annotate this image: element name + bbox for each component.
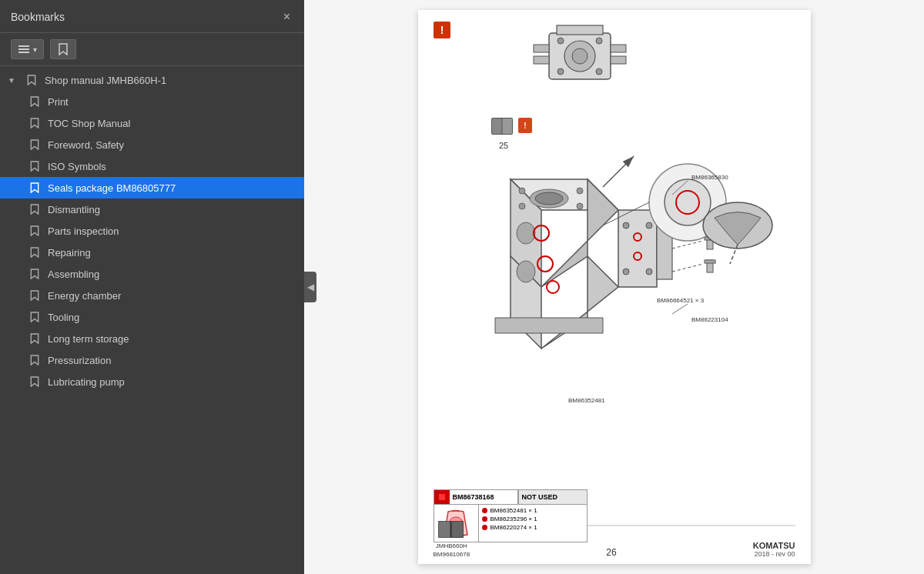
expand-icon: ▼ bbox=[8, 76, 18, 85]
bookmark-item-long-term[interactable]: Long term storage bbox=[0, 328, 304, 349]
bookmark-item-print[interactable]: Print bbox=[0, 91, 304, 112]
svg-marker-17 bbox=[495, 318, 603, 333]
footer-model: JMHB660H bbox=[436, 542, 467, 549]
svg-rect-62 bbox=[534, 56, 549, 64]
svg-point-33 bbox=[623, 269, 629, 275]
bookmark-label: Dismantling bbox=[48, 204, 293, 215]
bookmark-item-repairing[interactable]: Repairing bbox=[0, 242, 304, 263]
sidebar-title: Bookmarks bbox=[11, 11, 65, 23]
svg-rect-61 bbox=[611, 45, 626, 52]
bookmark-item-assembling[interactable]: Assembling bbox=[0, 263, 304, 285]
bookmark-label: Energy chamber bbox=[48, 290, 293, 302]
svg-point-28 bbox=[547, 281, 559, 293]
bookmark-item-toc[interactable]: TOC Shop Manual bbox=[0, 112, 304, 134]
technical-drawing: ! ! 25 bbox=[418, 10, 811, 542]
svg-point-20 bbox=[519, 188, 525, 194]
table-row: BM86352481 × 1 bbox=[482, 507, 584, 514]
svg-line-38 bbox=[672, 241, 703, 249]
row-indicator bbox=[482, 508, 487, 513]
svg-rect-53 bbox=[557, 25, 603, 35]
svg-point-32 bbox=[646, 222, 652, 229]
bookmark-label: Tooling bbox=[48, 312, 293, 323]
bookmark-label: Seals package BM86805777 bbox=[48, 182, 293, 194]
bookmark-icon bbox=[29, 182, 40, 194]
callout-bm2: BM86664521 × 3 bbox=[657, 297, 705, 304]
page-number: 26 bbox=[606, 547, 616, 558]
list-view-icon bbox=[18, 43, 30, 55]
bookmark-icon bbox=[29, 246, 40, 259]
sidebar-header: Bookmarks × bbox=[0, 0, 304, 33]
footer-logo: JMHB660H BM96810678 bbox=[434, 519, 470, 558]
bookmark-icon bbox=[29, 354, 40, 366]
bookmark-icon bbox=[29, 332, 40, 345]
svg-rect-1 bbox=[18, 48, 29, 50]
bookmark-icon bbox=[29, 289, 40, 302]
table-not-used-header: NOT USED bbox=[518, 490, 587, 504]
page-content: ! ! 25 bbox=[418, 10, 811, 564]
svg-rect-71 bbox=[439, 522, 450, 537]
bookmark-label: TOC Shop Manual bbox=[48, 118, 293, 129]
bookmark-item-pressurization[interactable]: Pressurization bbox=[0, 349, 304, 371]
svg-point-59 bbox=[596, 68, 602, 75]
bookmark-icon bbox=[29, 375, 40, 388]
bookmark-icon bbox=[29, 160, 40, 172]
svg-marker-16 bbox=[541, 256, 618, 349]
svg-point-19 bbox=[535, 192, 563, 205]
brand-name: KOMATSU bbox=[753, 541, 795, 550]
callout-bm3: BM86223104 bbox=[691, 316, 728, 323]
svg-point-34 bbox=[646, 269, 652, 275]
bookmark-icon bbox=[29, 117, 40, 129]
bookmark-item-parts-inspection[interactable]: Parts inspection bbox=[0, 220, 304, 242]
svg-point-58 bbox=[557, 68, 564, 75]
page-footer: JMHB660H BM96810678 26 KOMATSU 2018 - re… bbox=[418, 519, 811, 558]
callout-bm4: BM86352481 bbox=[568, 397, 605, 404]
svg-rect-2 bbox=[18, 52, 29, 53]
bookmark-add-icon bbox=[57, 43, 69, 55]
bookmarks-list: ▼ Shop manual JMHB660H-1 Print TOC Shop … bbox=[0, 66, 304, 574]
bookmark-label: Foreword, Safety bbox=[48, 139, 293, 151]
svg-line-65 bbox=[672, 304, 688, 314]
svg-text:!: ! bbox=[524, 122, 526, 130]
svg-text:!: ! bbox=[440, 24, 444, 36]
sidebar-toolbar: ▾ bbox=[0, 33, 304, 66]
add-bookmark-button[interactable] bbox=[50, 39, 76, 59]
main-content: ! ! 25 bbox=[304, 0, 924, 574]
close-button[interactable]: × bbox=[280, 9, 293, 25]
collapse-arrow-icon: ◀ bbox=[307, 282, 314, 292]
bookmark-label: ISO Symbols bbox=[48, 161, 293, 172]
part-number-1: BM86352481 × 1 bbox=[490, 507, 537, 514]
bookmark-item-lubricating[interactable]: Lubricating pump bbox=[0, 371, 304, 392]
bookmark-icon bbox=[29, 203, 40, 215]
bookmark-item-foreword[interactable]: Foreword, Safety bbox=[0, 134, 304, 155]
bookmark-item-seals[interactable]: Seals package BM86805777 bbox=[0, 177, 304, 199]
sidebar: Bookmarks × ▾ ▼ bbox=[0, 0, 304, 574]
dropdown-arrow: ▾ bbox=[33, 45, 37, 54]
bookmark-item-shop-manual[interactable]: ▼ Shop manual JMHB660H-1 bbox=[0, 69, 304, 91]
bookmark-icon bbox=[29, 311, 40, 323]
svg-rect-45 bbox=[705, 260, 715, 263]
bookmark-label: Assembling bbox=[48, 269, 293, 280]
svg-line-39 bbox=[672, 264, 703, 272]
bookmark-item-tooling[interactable]: Tooling bbox=[0, 306, 304, 328]
collapse-panel-button[interactable]: ◀ bbox=[304, 272, 316, 302]
svg-point-47 bbox=[665, 179, 711, 225]
bookmark-icon bbox=[29, 138, 40, 151]
bookmark-icon bbox=[29, 268, 40, 280]
svg-point-21 bbox=[577, 188, 583, 194]
svg-point-22 bbox=[519, 203, 525, 209]
bookmark-label: Pressurization bbox=[48, 355, 293, 366]
svg-rect-60 bbox=[534, 45, 549, 52]
svg-point-56 bbox=[557, 38, 564, 44]
document-page: ! ! 25 bbox=[418, 10, 811, 564]
bookmark-item-iso[interactable]: ISO Symbols bbox=[0, 155, 304, 177]
svg-rect-6 bbox=[492, 118, 502, 134]
svg-point-24 bbox=[517, 222, 535, 244]
footer-part: BM96810678 bbox=[434, 551, 470, 558]
bookmark-item-dismantling[interactable]: Dismantling bbox=[0, 199, 304, 220]
view-options-button[interactable]: ▾ bbox=[11, 39, 44, 59]
svg-point-25 bbox=[517, 261, 535, 282]
table-color-indicator bbox=[434, 490, 450, 504]
svg-rect-73 bbox=[452, 522, 463, 537]
bookmark-item-energy-chamber[interactable]: Energy chamber bbox=[0, 285, 304, 306]
svg-rect-7 bbox=[502, 118, 512, 134]
